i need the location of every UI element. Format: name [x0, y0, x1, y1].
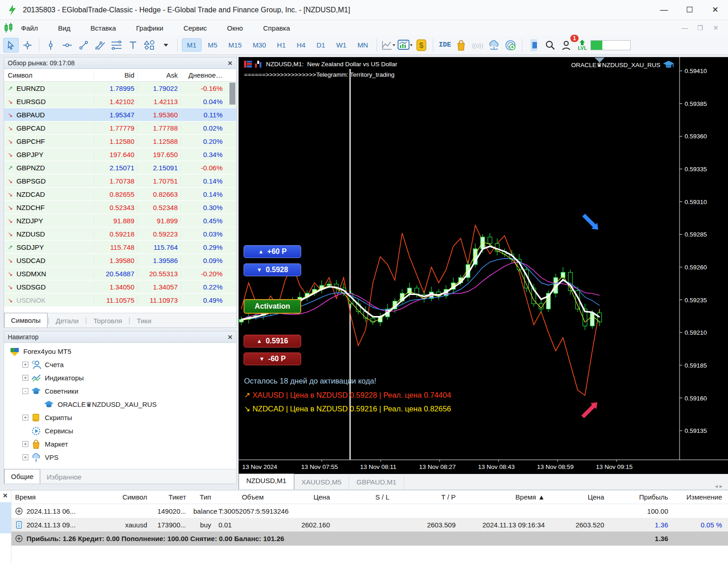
history-column-header[interactable]: Объем [215, 493, 267, 501]
chart-tab-nzdusd-m1[interactable]: NZDUSD,M1 [239, 474, 294, 489]
history-row[interactable]: 2024.11.13 09...xauusd173900...buy0.0126… [11, 518, 728, 531]
text-tool-icon[interactable] [125, 38, 141, 53]
expand-icon[interactable]: + [22, 441, 28, 447]
navigator-item-счета[interactable]: +Счета [7, 358, 236, 371]
expand-icon[interactable]: + [22, 454, 28, 460]
chart-tab-xauusd-m5[interactable]: XAUUSD,M5 [294, 475, 350, 489]
history-column-header[interactable]: T / P [393, 493, 459, 501]
market-watch-tab-4[interactable]: Тики [130, 314, 158, 327]
expand-icon[interactable]: + [22, 362, 28, 368]
timeframe-w1-button[interactable]: W1 [332, 39, 351, 51]
market-watch-column-headers[interactable]: СимволBidAskДневное… [4, 69, 236, 82]
user-icon[interactable]: 1 [559, 38, 574, 53]
crosshair-icon[interactable] [20, 38, 35, 53]
ohlc-table-icon[interactable] [244, 61, 252, 68]
navigator-tab-2[interactable]: Избранное [40, 470, 88, 484]
market-watch-row[interactable]: ↗EURNZD1.789951.79022-0.16% [4, 82, 236, 95]
history-column-header[interactable]: Время [11, 493, 103, 501]
timeframe-m15-button[interactable]: M15 [224, 39, 246, 51]
history-column-header[interactable]: Цена [267, 493, 334, 501]
buy-plus60-button[interactable]: ▲+60 P [244, 245, 301, 258]
navigator-item-маркет[interactable]: +Маркет [7, 437, 236, 451]
timeframe-m5-button[interactable]: M5 [203, 39, 222, 51]
shapes-dropdown-icon[interactable] [158, 38, 174, 53]
down-minus60-button[interactable]: ▼-60 P [244, 353, 301, 365]
navigator-item-индикаторы[interactable]: +Индикаторы [7, 371, 236, 384]
up-target-button[interactable]: ▲0.5916 [244, 335, 301, 347]
navigator-tab-1[interactable]: Общие [4, 469, 40, 484]
navigator-item-oracle-nzdusd-xau-rus[interactable]: ORACLE♛NZDUSD_XAU_RUS [7, 398, 236, 411]
toolbox-close-icon[interactable]: ✕ [3, 492, 8, 499]
navigator-item-forex4you-mt5[interactable]: Forex4you MT5 [7, 345, 236, 358]
cursor-icon[interactable] [3, 38, 19, 53]
child-close-button[interactable]: ✕ [708, 22, 723, 34]
menu-файл[interactable]: Файл [21, 21, 38, 35]
clipped-button[interactable] [526, 38, 542, 53]
indicators-icon[interactable] [397, 38, 413, 53]
menu-сервис[interactable]: Сервис [183, 21, 207, 35]
child-restore-button[interactable]: ❐ [692, 22, 708, 34]
market-watch-close-icon[interactable]: ✕ [228, 60, 233, 67]
market-watch-tab-1[interactable]: Символы [4, 313, 48, 327]
search-icon[interactable] [542, 38, 558, 53]
market-watch-row[interactable]: ↘NZDCHF0.523430.523480.30% [4, 201, 236, 214]
market-watch-row[interactable]: ↘GBPCHF1.125801.125880.20% [4, 135, 236, 148]
market-watch-row[interactable]: ↘GBPSGD1.707381.707510.14% [4, 174, 236, 188]
column-header[interactable]: Bid [94, 71, 137, 79]
navigator-item-сервисы[interactable]: Сервисы [7, 424, 236, 437]
market-watch-row[interactable]: ↘NZDJPY91.88991.8990.45% [4, 214, 236, 227]
market-watch-row[interactable]: ↘GBPCAD1.777791.777880.02% [4, 121, 236, 135]
timeframe-mn-button[interactable]: MN [353, 39, 372, 51]
expand-icon[interactable]: + [22, 415, 28, 421]
signal-icon[interactable]: ((o)) [470, 38, 485, 53]
market-watch-row[interactable]: ↗GBPNZD2.150712.15091-0.06% [4, 161, 236, 174]
expand-icon[interactable]: + [22, 375, 28, 381]
market-watch-row[interactable]: ↘GBPJPY197.640197.6500.34% [4, 148, 236, 161]
history-column-header[interactable]: Тикет [151, 493, 190, 501]
history-column-header[interactable]: S / L [334, 493, 393, 501]
shapes-tool-icon[interactable] [142, 38, 157, 53]
history-column-header[interactable]: Время ▲ [459, 493, 548, 501]
history-column-header[interactable]: Изменение [672, 493, 726, 501]
menu-окно[interactable]: Окно [227, 21, 243, 35]
market-watch-scrollbar[interactable] [229, 83, 235, 105]
market-watch-row[interactable]: ↘USDSGD1.340501.340570.22% [4, 280, 236, 294]
maximize-button[interactable]: ☐ [677, 0, 702, 20]
market-watch-row[interactable]: ↘USDCAD1.395801.395860.09% [4, 254, 236, 267]
timeframe-h1-button[interactable]: H1 [272, 39, 290, 51]
dollar-icon[interactable]: $ [414, 38, 429, 53]
market-bag-icon[interactable] [453, 38, 469, 53]
history-row[interactable]: 2024.11.13 06...149020...balanceT:300520… [11, 504, 728, 518]
market-watch-tab-2[interactable]: Детали [49, 314, 85, 327]
menu-графики[interactable]: Графики [136, 21, 164, 35]
navigator-item-советники[interactable]: -Советники [7, 384, 236, 398]
timeframe-m30-button[interactable]: M30 [248, 39, 271, 51]
sell-price-button[interactable]: ▼0.5928 [244, 263, 301, 276]
market-watch-row[interactable]: ↘NZDCAD0.826550.826630.14% [4, 188, 236, 201]
ide-icon[interactable]: IDE [437, 38, 452, 53]
market-watch-row[interactable]: ↘NZDUSD0.592180.592230.03% [4, 227, 236, 241]
history-table-header[interactable]: ВремяСимволТикетТипОбъемЦенаS / LT / PВр… [11, 490, 728, 504]
hline-tool-icon[interactable] [59, 38, 75, 53]
market-watch-row[interactable]: ↘USDNOK11.1057511.109730.49% [4, 294, 236, 307]
cloud-icon[interactable] [486, 38, 502, 53]
chart-type-icon[interactable] [381, 38, 396, 53]
close-button[interactable]: ✕ [702, 0, 728, 20]
collapse-icon[interactable]: - [22, 388, 28, 394]
market-watch-tab-3[interactable]: Торговля [87, 314, 128, 327]
navigator-item-vps[interactable]: +VPS [7, 451, 236, 464]
market-watch-row[interactable]: ↗SGDJPY115.748115.7640.29% [4, 241, 236, 254]
chart-tab-scroll-arrows[interactable]: ◂ ▸ [715, 483, 728, 489]
column-header[interactable]: Символ [4, 71, 94, 79]
market-watch-row[interactable]: ↘EURSGD1.421021.421130.04% [4, 95, 236, 108]
timeframe-d1-button[interactable]: D1 [312, 39, 329, 51]
chart-area[interactable]: 0.594100.593850.593600.593350.593100.592… [239, 57, 728, 474]
mini-chart-icon[interactable] [255, 61, 263, 68]
timeframe-m1-button[interactable]: M1 [182, 38, 202, 52]
history-column-header[interactable]: Прибыль [608, 493, 672, 501]
menu-вставка[interactable]: Вставка [90, 21, 116, 35]
history-column-header[interactable]: Символ [103, 493, 151, 501]
navigator-close-icon[interactable]: ✕ [228, 334, 233, 341]
menu-вид[interactable]: Вид [58, 21, 70, 35]
column-header[interactable]: Дневное… [181, 71, 226, 79]
